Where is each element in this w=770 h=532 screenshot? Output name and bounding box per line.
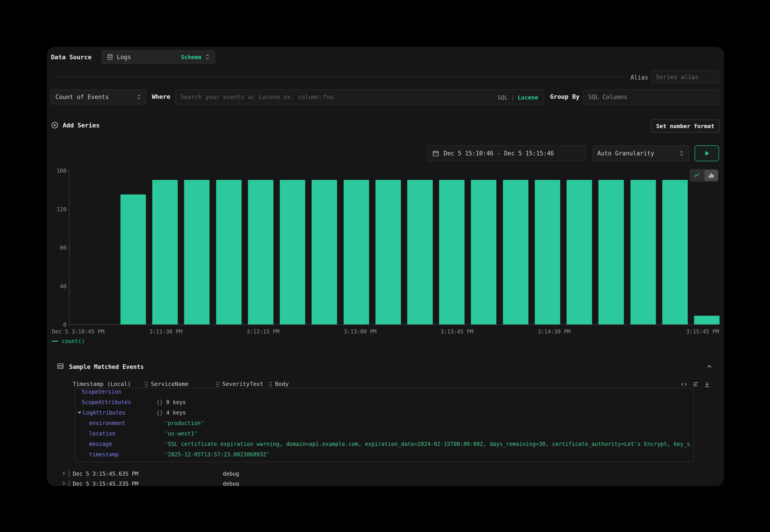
play-icon [703, 150, 710, 157]
chart-bar [152, 180, 178, 324]
chart-bar [407, 180, 433, 324]
group-by-input[interactable] [588, 94, 714, 100]
toggle-separator: | [511, 94, 515, 101]
column-header-servicename[interactable]: ServiceName [151, 381, 189, 387]
chart-bar [216, 180, 241, 324]
attribute-key: timestamp [89, 449, 119, 460]
search-field: SQL | Lucene [175, 89, 544, 104]
drag-handle-icon[interactable] [144, 381, 148, 388]
chevron-up-down-icon [136, 94, 141, 100]
attribute-value: production [164, 418, 690, 428]
chart-bar [567, 180, 592, 324]
granularity-select[interactable]: Auto Granularity [592, 145, 689, 161]
detail-attribute-row[interactable]: locationus-west1 [75, 428, 693, 439]
chevron-up-icon[interactable] [706, 363, 713, 370]
x-tick-mark [457, 325, 458, 327]
chart-bar [694, 316, 720, 324]
x-tick-label: Dec 5 3:10:45 PM [52, 328, 104, 335]
y-tick-label: 40 [60, 283, 66, 290]
y-tick-mark [67, 171, 70, 171]
attribute-value: SSL certificate expiration warning, doma… [164, 439, 690, 449]
x-tick-label: 3:13:45 PM [441, 328, 474, 335]
query-language-toggle: SQL | Lucene [498, 90, 538, 105]
column-header-severitytext[interactable]: SeverityText [222, 381, 263, 387]
granularity-value: Auto Granularity [597, 150, 654, 157]
divider [47, 355, 724, 355]
y-tick-label: 80 [60, 244, 66, 251]
divider [50, 77, 625, 77]
chart-bar [184, 180, 209, 324]
data-source-select[interactable]: Logs Schema [102, 50, 215, 64]
attribute-value: 2025-12-05T13:57:23.082306893Z [164, 449, 690, 460]
attribute-key: LogAttributes [83, 408, 125, 418]
set-number-format-button[interactable]: Set number format [651, 119, 720, 133]
line-chart-icon[interactable] [690, 170, 704, 181]
table-icon [57, 363, 64, 370]
chart-bar [535, 180, 560, 324]
data-source-label: Data Source [51, 54, 92, 61]
chart-bar [439, 180, 465, 324]
row-divider [69, 471, 70, 477]
x-tick-label: 3:11:30 PM [149, 328, 182, 335]
detail-attribute-row[interactable]: ScopeAttributes{} 0 keys [75, 397, 693, 408]
lucene-toggle[interactable]: Lucene [518, 94, 538, 101]
y-tick-label: 120 [57, 206, 66, 213]
chevron-up-down-icon [679, 150, 684, 156]
chart-bar [662, 180, 688, 324]
detail-attribute-row[interactable]: environmentproduction [75, 418, 693, 428]
chart-bar [471, 180, 496, 324]
x-tick-mark [263, 325, 264, 327]
bar-chart-icon[interactable] [705, 170, 718, 181]
run-query-button[interactable] [695, 145, 719, 161]
braces-icon: {} [156, 399, 163, 405]
detail-attribute-row[interactable]: messageSSL certificate expiration warnin… [75, 439, 693, 449]
database-icon [107, 54, 113, 60]
legend-swatch [52, 341, 58, 342]
event-row[interactable]: Dec 5 3:15:45.635 PMdebug [47, 469, 724, 479]
event-row[interactable]: Dec 5 3:15:45.235 PMdebug [47, 479, 724, 486]
y-tick-mark [67, 209, 70, 210]
y-tick-mark [67, 286, 70, 287]
download-icon[interactable] [704, 381, 710, 388]
attribute-key: ScopeVersion [82, 388, 121, 397]
series-alias-field [651, 70, 719, 84]
align-lines-icon[interactable] [692, 381, 699, 388]
chevron-right-icon[interactable] [61, 481, 66, 486]
detail-attribute-row[interactable]: ScopeVersion [75, 388, 693, 397]
y-tick-label: 0 [63, 321, 66, 328]
chevron-right-icon[interactable] [61, 471, 66, 476]
triangle-down-icon[interactable] [78, 412, 81, 414]
column-header-body[interactable]: Body [275, 381, 289, 387]
drag-handle-icon[interactable] [215, 381, 219, 388]
chart-bar [343, 180, 369, 324]
x-tick-mark [361, 325, 361, 327]
detail-attribute-row[interactable]: timestamp2025-12-05T13:57:23.082306893Z [75, 449, 693, 460]
add-series-button[interactable]: Add Series [51, 121, 100, 129]
x-tick-label: 3:12:15 PM [246, 328, 279, 335]
chevron-up-down-icon [205, 54, 210, 60]
circle-plus-icon [51, 121, 59, 129]
data-source-value: Logs [117, 54, 131, 60]
schema-link[interactable]: Schema [181, 54, 201, 60]
search-input[interactable] [180, 94, 539, 100]
attribute-key: location [89, 428, 115, 439]
event-severity: debug [223, 479, 239, 486]
code-icon[interactable] [680, 381, 687, 388]
column-header-timestamp[interactable]: Timestamp (Local) [73, 381, 131, 387]
calendar-icon [432, 150, 439, 157]
chart-explorer-panel: Data Source Logs Schema Alias Count of E… [47, 47, 724, 486]
sql-toggle[interactable]: SQL [498, 94, 508, 101]
legend-label: count() [62, 338, 85, 344]
x-tick-mark [555, 325, 555, 327]
date-range-picker[interactable]: Dec 5 15:10:46 - Dec 5 15:15:46 [427, 145, 586, 161]
drag-handle-icon[interactable] [268, 381, 272, 388]
chart-legend: count() [52, 338, 85, 344]
sample-events-title: Sample Matched Events [69, 363, 144, 370]
x-tick-mark [166, 325, 167, 327]
series-alias-input[interactable] [656, 74, 714, 80]
braces-icon: {} [156, 410, 163, 416]
attribute-value: us-west1 [164, 428, 690, 439]
aggregate-select[interactable]: Count of Events [50, 89, 146, 104]
attribute-key: message [89, 439, 112, 449]
detail-attribute-row[interactable]: LogAttributes{} 4 keys [75, 408, 693, 418]
